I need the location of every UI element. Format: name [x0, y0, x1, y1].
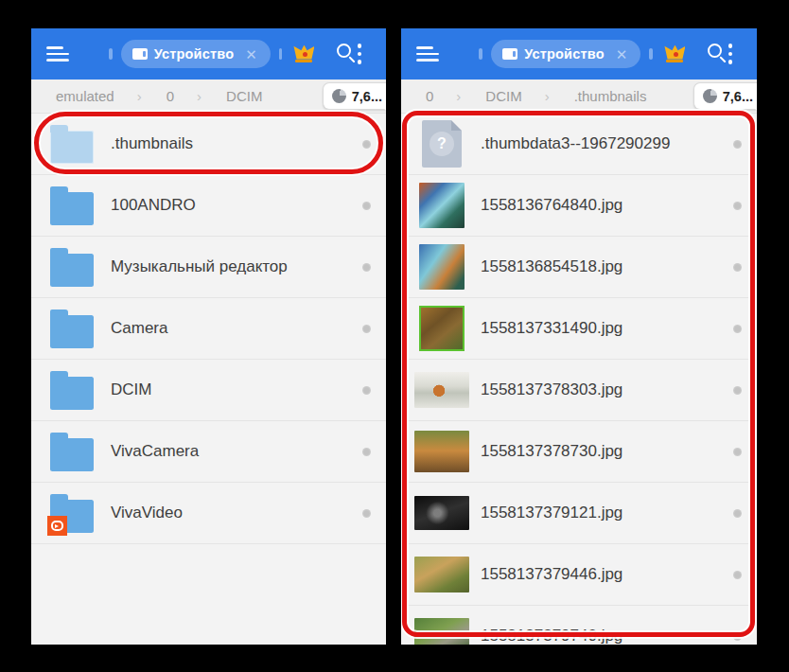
item-indicator-dot — [733, 632, 742, 641]
search-icon[interactable] — [337, 44, 351, 64]
tab-label: Устройство — [524, 46, 605, 62]
chevron-right-icon: › — [456, 88, 461, 104]
image-thumbnail — [414, 431, 469, 472]
file-name: Музыкальный редактор — [111, 257, 288, 276]
item-indicator-dot — [362, 263, 371, 272]
item-indicator-dot — [733, 263, 742, 272]
folder-icon — [50, 254, 94, 287]
collapsed-tab-icon[interactable] — [479, 48, 482, 60]
storage-size-button[interactable]: 7,6... — [693, 82, 757, 110]
collapsed-tab-icon[interactable] — [279, 48, 283, 60]
file-row[interactable]: 1558137378303.jpg — [401, 360, 757, 421]
item-indicator-dot — [362, 140, 371, 149]
storage-size-button[interactable]: 7,6... — [323, 82, 386, 110]
file-manager-screen-dcim: Устройство ✕ › emulated › 0 › DCIM 7,6..… — [31, 28, 386, 645]
item-indicator-dot — [362, 448, 371, 456]
folder-icon — [50, 315, 94, 348]
file-name: 1558137331490.jpg — [481, 319, 622, 338]
unknown-file-icon: ? — [422, 120, 462, 168]
item-indicator-dot — [362, 509, 371, 518]
file-row[interactable]: Музыкальный редактор — [31, 237, 386, 298]
chevron-right-icon: › — [545, 88, 550, 104]
item-indicator-dot — [733, 571, 742, 579]
hamburger-menu-icon[interactable] — [416, 46, 439, 62]
file-row[interactable]: VivaCamera — [31, 421, 386, 483]
breadcrumb: › 0 › DCIM › .thumbnails 7,6... — [401, 80, 757, 114]
item-indicator-dot — [362, 202, 371, 210]
file-row[interactable]: 1558136764840.jpg — [401, 175, 757, 237]
breadcrumb-segment[interactable]: 0 — [420, 84, 439, 108]
folder-icon — [50, 438, 94, 471]
image-thumbnail — [414, 557, 469, 592]
premium-crown-icon[interactable] — [664, 45, 685, 63]
file-row-thumbnails[interactable]: .thumbnails — [31, 114, 386, 175]
tab-close-icon[interactable]: ✕ — [243, 45, 259, 63]
file-row[interactable]: 1558137331490.jpg — [401, 298, 757, 360]
file-row[interactable]: VivaVideo — [31, 483, 386, 544]
image-thumbnail — [419, 183, 465, 228]
item-indicator-dot — [733, 325, 742, 333]
item-indicator-dot — [362, 386, 371, 395]
vivavideo-app-badge-icon — [47, 516, 67, 536]
file-row[interactable]: 1558137378730.jpg — [401, 421, 757, 483]
file-row[interactable]: 1558137379740.jpg — [401, 606, 757, 645]
folder-icon — [50, 500, 94, 533]
file-name: 1558137379121.jpg — [481, 504, 622, 522]
breadcrumb: › emulated › 0 › DCIM 7,6... — [31, 80, 386, 114]
tab-device[interactable]: Устройство ✕ — [121, 40, 271, 68]
premium-crown-icon[interactable] — [293, 45, 314, 63]
file-row[interactable]: ? .thumbdata3--1967290299 — [401, 114, 757, 175]
file-name: 1558137378303.jpg — [481, 380, 622, 399]
breadcrumb-segment[interactable]: DCIM — [220, 84, 268, 108]
file-row[interactable]: Camera — [31, 298, 386, 360]
breadcrumb-segment[interactable]: .thumbnails — [569, 84, 653, 108]
file-name: .thumbnails — [111, 134, 193, 153]
item-indicator-dot — [733, 509, 742, 518]
image-thumbnail — [419, 244, 465, 290]
tab-label: Устройство — [154, 46, 235, 62]
device-storage-icon — [502, 48, 517, 60]
file-name: 1558137379740.jpg — [481, 627, 622, 645]
item-indicator-dot — [733, 448, 742, 456]
file-name: 1558137379446.jpg — [481, 565, 622, 584]
hamburger-menu-icon[interactable] — [46, 46, 69, 62]
file-list: .thumbnails 100ANDRO Музыкальный редакто… — [31, 114, 386, 544]
collapsed-tab-icon[interactable] — [109, 48, 113, 60]
folder-icon — [50, 377, 94, 410]
breadcrumb-segment[interactable]: DCIM — [480, 84, 527, 108]
device-storage-icon — [132, 48, 148, 60]
item-indicator-dot — [733, 202, 742, 210]
app-toolbar: Устройство ✕ — [401, 28, 757, 80]
tab-close-icon[interactable]: ✕ — [614, 45, 630, 63]
file-row[interactable]: 1558136854518.jpg — [401, 237, 757, 298]
file-name: 1558136854518.jpg — [481, 257, 622, 276]
file-name: VivaVideo — [111, 504, 183, 522]
file-row[interactable]: 1558137379121.jpg — [401, 483, 757, 544]
pie-chart-icon — [703, 89, 717, 103]
file-name: VivaCamera — [111, 442, 199, 461]
file-row[interactable]: DCIM — [31, 360, 386, 421]
hidden-folder-icon — [50, 131, 94, 164]
image-thumbnail — [414, 372, 469, 408]
storage-size-label: 7,6... — [352, 89, 382, 104]
breadcrumb-segment[interactable]: 0 — [161, 84, 180, 108]
file-row[interactable]: 100ANDRO — [31, 175, 386, 237]
file-name: Camera — [111, 319, 167, 338]
storage-size-label: 7,6... — [723, 89, 753, 104]
folder-icon — [50, 192, 94, 225]
app-toolbar: Устройство ✕ — [31, 28, 386, 80]
item-indicator-dot — [362, 325, 371, 333]
search-icon[interactable] — [708, 44, 722, 64]
file-row[interactable]: 1558137379446.jpg — [401, 544, 757, 606]
file-name: 100ANDRO — [111, 196, 196, 215]
tab-device[interactable]: Устройство ✕ — [491, 40, 640, 68]
collapsed-tab-icon[interactable] — [649, 48, 653, 60]
breadcrumb-segment[interactable]: emulated — [50, 84, 120, 108]
file-name: 1558137378730.jpg — [481, 442, 622, 461]
pie-chart-icon — [332, 89, 346, 103]
file-name: .thumbdata3--1967290299 — [481, 134, 670, 153]
chevron-right-icon: › — [197, 88, 202, 104]
file-name: DCIM — [111, 380, 151, 399]
item-indicator-dot — [733, 386, 742, 395]
image-thumbnail — [414, 496, 469, 530]
